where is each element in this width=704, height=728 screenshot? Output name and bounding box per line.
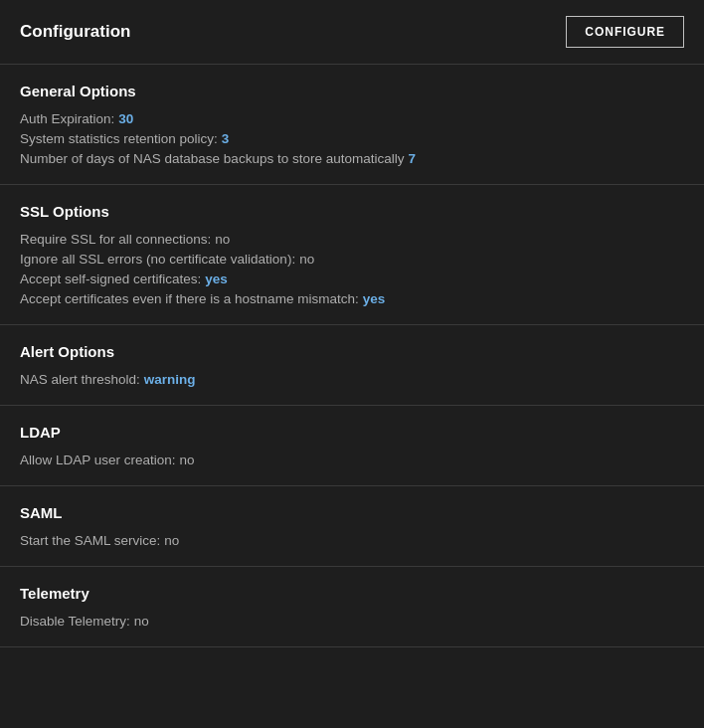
config-value: no [215, 232, 230, 247]
page-header: Configuration CONFIGURE [0, 0, 704, 65]
section-title-telemetry: Telemetry [20, 585, 684, 602]
section-title-ldap: LDAP [20, 424, 684, 441]
config-value: 3 [222, 131, 230, 146]
config-label: Accept self-signed certificates: [20, 272, 201, 286]
config-label: Start the SAML service: [20, 533, 160, 548]
config-value: 30 [118, 111, 133, 126]
config-row: Accept certificates even if there is a h… [20, 291, 684, 306]
section-title-saml: SAML [20, 504, 684, 521]
config-label: Allow LDAP user creation: [20, 453, 176, 467]
config-label: Require SSL for all connections: [20, 232, 211, 247]
config-value: no [134, 614, 149, 629]
config-row: Ignore all SSL errors (no certificate va… [20, 252, 684, 267]
config-label: Ignore all SSL errors (no certificate va… [20, 252, 295, 267]
config-row: Disable Telemetry: no [20, 614, 684, 629]
page-container: Configuration CONFIGURE General OptionsA… [0, 0, 704, 728]
config-label: Number of days of NAS database backups t… [20, 151, 404, 166]
config-value: yes [205, 272, 228, 286]
section-title-alert-options: Alert Options [20, 343, 684, 360]
config-value: no [299, 252, 314, 267]
section-general-options: General OptionsAuth Expiration: 30System… [0, 65, 704, 185]
config-row: System statistics retention policy: 3 [20, 131, 684, 146]
configure-button[interactable]: CONFIGURE [566, 16, 684, 48]
config-row: Auth Expiration: 30 [20, 111, 684, 126]
section-ldap: LDAPAllow LDAP user creation: no [0, 406, 704, 486]
config-row: Allow LDAP user creation: no [20, 453, 684, 467]
page-title: Configuration [20, 22, 130, 42]
config-value: no [180, 453, 195, 467]
section-saml: SAMLStart the SAML service: no [0, 486, 704, 567]
config-row: NAS alert threshold: warning [20, 372, 684, 387]
config-label: Disable Telemetry: [20, 614, 130, 629]
config-value: warning [144, 372, 196, 387]
section-title-general-options: General Options [20, 83, 684, 99]
config-value: 7 [408, 151, 416, 166]
config-label: System statistics retention policy: [20, 131, 218, 146]
config-label: Auth Expiration: [20, 111, 114, 126]
sections-container: General OptionsAuth Expiration: 30System… [0, 65, 704, 647]
config-row: Require SSL for all connections: no [20, 232, 684, 247]
config-row: Start the SAML service: no [20, 533, 684, 548]
config-row: Accept self-signed certificates: yes [20, 272, 684, 286]
section-alert-options: Alert OptionsNAS alert threshold: warnin… [0, 325, 704, 406]
config-value: yes [363, 291, 386, 306]
section-ssl-options: SSL OptionsRequire SSL for all connectio… [0, 185, 704, 325]
config-label: Accept certificates even if there is a h… [20, 291, 359, 306]
config-label: NAS alert threshold: [20, 372, 140, 387]
section-telemetry: TelemetryDisable Telemetry: no [0, 567, 704, 647]
section-title-ssl-options: SSL Options [20, 203, 684, 220]
config-row: Number of days of NAS database backups t… [20, 151, 684, 166]
config-value: no [164, 533, 179, 548]
